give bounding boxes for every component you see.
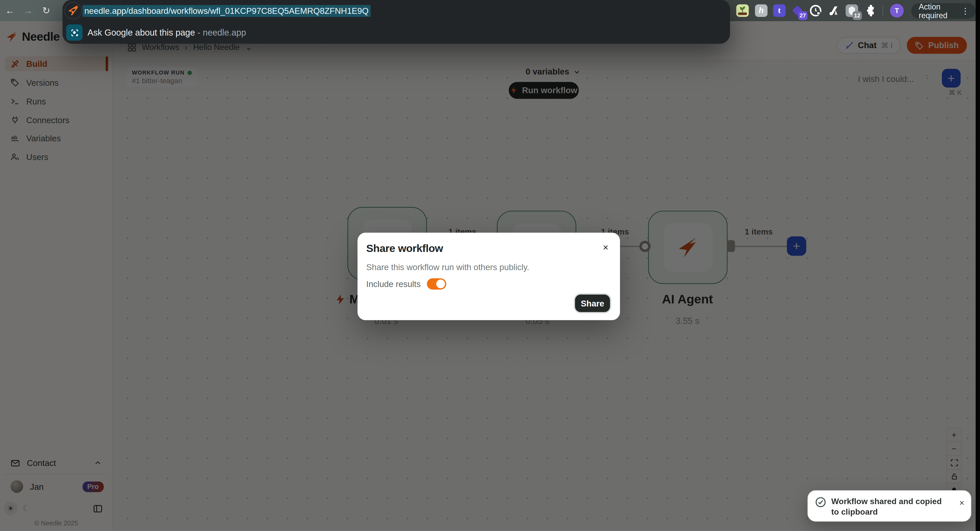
suggestion-separator: - <box>197 27 200 37</box>
screen-edge <box>976 0 980 531</box>
address-bar[interactable]: needle.app/dashboard/workflows/wfl_01KCP… <box>83 4 370 17</box>
modal-description: Share this workflow run with others publ… <box>366 263 529 272</box>
omnibox-popup: needle.app/dashboard/workflows/wfl_01KCP… <box>62 0 730 44</box>
toast-notification: Workflow shared and copied to clipboard … <box>808 490 971 521</box>
extension-badge: 12 <box>853 11 862 20</box>
include-results-toggle[interactable] <box>427 278 446 290</box>
extension-badge: 27 <box>798 11 808 20</box>
toast-message: Workflow shared and copied to clipboard <box>831 496 943 517</box>
extension-icon-clock[interactable] <box>809 4 822 17</box>
check-circle-icon <box>815 496 826 508</box>
include-results-label: Include results <box>366 279 421 289</box>
action-required-chip[interactable]: Action required ⋮ <box>911 3 976 19</box>
toggle-knob <box>436 279 445 288</box>
ask-google-icon <box>66 24 83 41</box>
extension-icon-gray[interactable]: 12 <box>846 4 858 17</box>
close-toast-button[interactable]: × <box>959 498 964 508</box>
extension-icon-t[interactable]: t <box>773 4 786 17</box>
extension-icon-diamond[interactable]: 27 <box>791 4 804 17</box>
suggestion-domain: needle.app <box>203 27 246 37</box>
reload-button[interactable]: ↻ <box>41 6 51 16</box>
screen: Needle Build Versions Runs Connectors ab <box>0 0 980 531</box>
extension-icon-ads[interactable] <box>827 4 840 17</box>
share-workflow-modal: Share workflow × Share this workflow run… <box>358 233 620 320</box>
kebab-menu-icon[interactable]: ⋮ <box>961 6 969 16</box>
action-required-label: Action required <box>919 2 956 20</box>
extension-icon-plant[interactable] <box>736 4 749 17</box>
site-favicon <box>69 6 79 16</box>
lens-icon <box>70 28 79 37</box>
forward-button[interactable]: → <box>23 6 33 16</box>
suggestion-title: Ask Google about this page <box>88 27 195 37</box>
share-button[interactable]: Share <box>575 295 610 312</box>
extensions-puzzle-icon[interactable] <box>864 4 877 17</box>
url-text[interactable]: needle.app/dashboard/workflows/wfl_01KCP… <box>83 5 370 16</box>
extension-icon-h[interactable]: h <box>755 4 768 17</box>
toolbar-separator <box>883 6 883 16</box>
profile-avatar[interactable]: T <box>890 4 904 18</box>
modal-title: Share workflow <box>366 243 443 255</box>
back-button[interactable]: ← <box>5 6 15 16</box>
close-modal-button[interactable]: × <box>601 243 611 253</box>
ask-google-suggestion[interactable]: Ask Google about this page - needle.app <box>88 27 246 37</box>
